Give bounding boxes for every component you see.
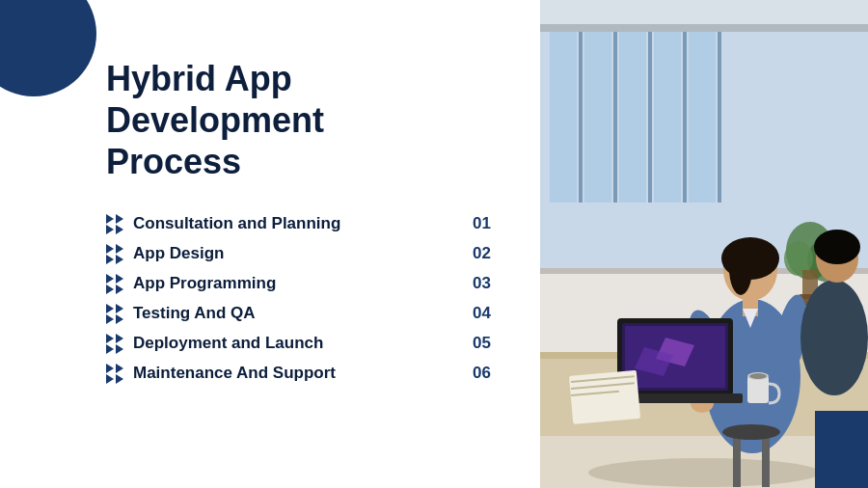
- svg-rect-7: [648, 10, 652, 203]
- svg-rect-11: [718, 10, 721, 203]
- item-number: 04: [473, 304, 502, 323]
- page-container: Hybrid App Development Process Consultat…: [0, 0, 868, 488]
- svg-rect-9: [683, 10, 687, 203]
- item-label: App Programming: [133, 274, 463, 293]
- list-item: App Programming 03: [106, 274, 502, 294]
- item-number: 02: [473, 244, 502, 263]
- svg-point-49: [588, 458, 820, 487]
- item-number: 05: [473, 334, 502, 353]
- svg-rect-50: [733, 434, 741, 487]
- item-label: Consultation and Planning: [133, 214, 463, 233]
- double-arrow-icon: [106, 304, 123, 324]
- double-arrow-icon: [106, 364, 123, 384]
- svg-rect-4: [584, 10, 611, 203]
- item-number: 01: [473, 214, 502, 233]
- svg-rect-46: [747, 376, 769, 403]
- page-title: Hybrid App Development Process: [106, 58, 473, 183]
- item-label: Maintenance And Support: [133, 364, 463, 383]
- svg-rect-51: [762, 434, 770, 487]
- svg-point-52: [722, 424, 780, 440]
- list-item: Consultation and Planning 01: [106, 214, 502, 234]
- svg-rect-10: [689, 10, 716, 203]
- svg-rect-2: [550, 10, 577, 203]
- item-number: 03: [473, 274, 502, 293]
- item-label: App Design: [133, 244, 463, 263]
- double-arrow-icon: [106, 334, 123, 354]
- svg-rect-3: [579, 10, 583, 203]
- svg-rect-13: [540, 24, 868, 32]
- item-label: Deployment and Launch: [133, 334, 463, 353]
- svg-rect-5: [613, 10, 617, 203]
- svg-point-27: [729, 241, 752, 295]
- item-number: 06: [473, 364, 502, 383]
- list-item: App Design 02: [106, 244, 502, 264]
- double-arrow-icon: [106, 214, 123, 234]
- list-item: Maintenance And Support 06: [106, 364, 502, 384]
- process-list: Consultation and Planning 01 App Design …: [106, 214, 502, 384]
- svg-rect-6: [619, 10, 646, 203]
- svg-point-35: [814, 230, 860, 264]
- list-item: Deployment and Launch 05: [106, 334, 502, 354]
- svg-rect-8: [654, 10, 681, 203]
- item-label: Testing And QA: [133, 304, 463, 323]
- double-arrow-icon: [106, 274, 123, 294]
- svg-point-48: [749, 373, 767, 379]
- svg-point-33: [800, 280, 868, 395]
- list-item: Testing And QA 04: [106, 304, 502, 324]
- double-arrow-icon: [106, 244, 123, 264]
- bottom-right-decoration: [815, 411, 868, 488]
